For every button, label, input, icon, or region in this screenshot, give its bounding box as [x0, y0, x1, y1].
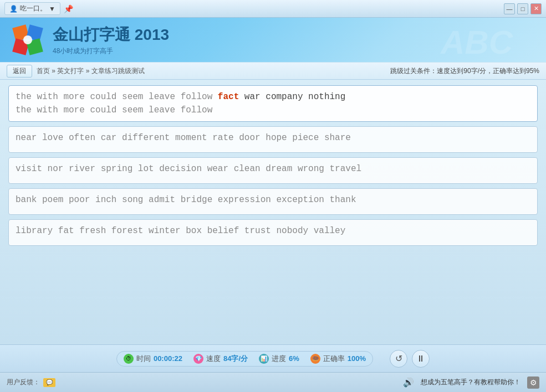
- text-row-3: visit nor river spring lot decision wear…: [8, 157, 538, 184]
- restart-button[interactable]: ↺: [390, 350, 407, 368]
- speaker-icon[interactable]: 🔊: [403, 377, 414, 388]
- text-row-2: near love often car different moment rat…: [8, 126, 538, 153]
- typed-text-2: the with more could seem leave follow: [16, 105, 212, 115]
- row-2-text: near love often car different moment rat…: [16, 133, 351, 143]
- breadcrumb: 首页 » 英文打字 » 文章练习跳级测试: [37, 66, 145, 76]
- bottom-bar: 用户反馈： 💬 🔊 想成为五笔高手？有教程帮助你！ ⚙: [0, 372, 546, 392]
- progress-icon: 📊: [259, 354, 269, 364]
- accuracy-status: 🍩 正确率 100%: [310, 354, 366, 364]
- progress-label: 进度: [272, 354, 286, 364]
- time-icon: ⏱: [124, 354, 134, 364]
- svg-point-0: [23, 35, 32, 44]
- main-content: the with more could seem leave follow fa…: [0, 80, 546, 344]
- text-row-1: the with more could seem leave follow fa…: [8, 85, 538, 122]
- user-icon: 👤: [9, 5, 18, 13]
- text-row-5: library fat fresh forest winter box beli…: [8, 219, 538, 246]
- logo-icon: [11, 23, 44, 56]
- time-value: 00:00:22: [154, 354, 182, 363]
- accuracy-value: 100%: [348, 354, 366, 363]
- feedback-label: 用户反馈：: [7, 378, 40, 387]
- feedback-icon[interactable]: 💬: [43, 378, 55, 387]
- titlebar: 👤 吃一口。 ▼ 📌 — □ ✕: [0, 0, 546, 18]
- progress-value: 6%: [289, 354, 299, 363]
- accuracy-label: 正确率: [323, 354, 345, 364]
- titlebar-user[interactable]: 👤 吃一口。 ▼: [4, 2, 60, 15]
- username-label: 吃一口。: [20, 4, 47, 13]
- speed-label: 速度: [206, 354, 221, 364]
- app-title: 金山打字通 2013: [53, 24, 169, 45]
- header: 金山打字通 2013 48小时成为打字高手: [0, 18, 546, 62]
- status-wrapper: ⏱ 时间 00:00:22 💎 速度 84字/分 📊 进度 6% 🍩 正确率 1…: [116, 351, 373, 367]
- pause-button[interactable]: ⏸: [412, 350, 430, 368]
- minimize-button[interactable]: —: [504, 3, 515, 14]
- typed-text-1: the with more could seem leave follow: [16, 92, 218, 102]
- pin-icon: 📌: [64, 4, 73, 13]
- navbar: 返回 首页 » 英文打字 » 文章练习跳级测试 跳级过关条件：速度达到90字/分…: [0, 62, 546, 80]
- feedback-emoji: 💬: [46, 379, 53, 385]
- header-title: 金山打字通 2013 48小时成为打字高手: [53, 24, 169, 56]
- status-bar: ⏱ 时间 00:00:22 💎 速度 84字/分 📊 进度 6% 🍩 正确率 1…: [0, 344, 546, 372]
- speed-icon: 💎: [193, 354, 203, 364]
- level-condition: 跳级过关条件：速度达到90字/分，正确率达到95%: [390, 66, 539, 76]
- speed-status: 💎 速度 84字/分: [193, 354, 248, 364]
- status-controls: ↺ ⏸: [390, 350, 430, 368]
- current-word-1: fact: [218, 92, 239, 102]
- time-label: 时间: [136, 354, 151, 364]
- titlebar-controls: — □ ✕: [504, 3, 542, 14]
- nav-left: 返回 首页 » 英文打字 » 文章练习跳级测试: [7, 65, 145, 78]
- help-text: 想成为五笔高手？有教程帮助你！: [421, 378, 521, 387]
- row-3-text: visit nor river spring lot decision wear…: [16, 164, 361, 174]
- time-status: ⏱ 时间 00:00:22: [124, 354, 182, 364]
- settings-icon[interactable]: ⚙: [527, 376, 539, 389]
- maximize-button[interactable]: □: [517, 3, 528, 14]
- back-button[interactable]: 返回: [7, 65, 32, 78]
- bottom-left: 用户反馈： 💬: [7, 378, 55, 387]
- bottom-right: 🔊 想成为五笔高手？有教程帮助你！ ⚙: [403, 376, 539, 389]
- speed-value: 84字/分: [223, 354, 248, 364]
- text-row-4: bank poem poor inch song admit bridge ex…: [8, 188, 538, 215]
- titlebar-left: 👤 吃一口。 ▼ 📌: [4, 2, 73, 15]
- remaining-text-1: war company nothing: [239, 92, 345, 102]
- close-button[interactable]: ✕: [530, 3, 542, 14]
- row-4-text: bank poem poor inch song admit bridge ex…: [16, 195, 356, 205]
- app-subtitle: 48小时成为打字高手: [53, 47, 169, 56]
- row-5-text: library fat fresh forest winter box beli…: [16, 226, 345, 236]
- accuracy-icon: 🍩: [310, 354, 320, 364]
- dropdown-icon: ▼: [49, 5, 55, 13]
- progress-status: 📊 进度 6%: [259, 354, 299, 364]
